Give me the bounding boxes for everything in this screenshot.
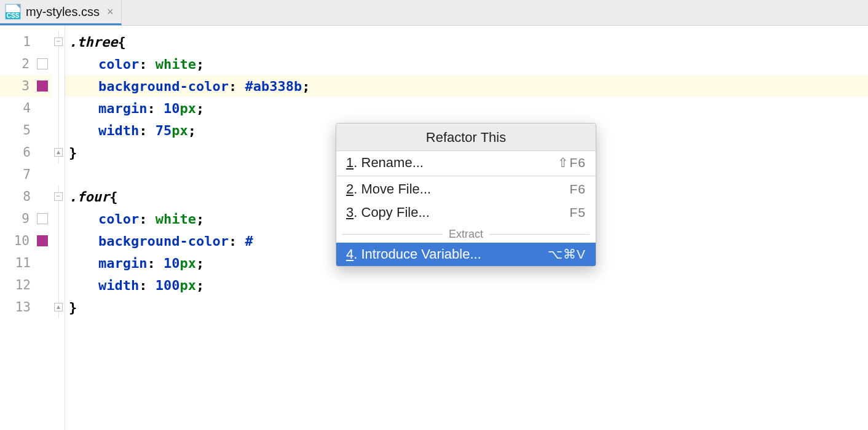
- gutter-line[interactable]: 5: [0, 119, 52, 141]
- shortcut-label: F6: [569, 182, 586, 197]
- fold-end-icon[interactable]: ▴: [54, 148, 63, 157]
- tab-active[interactable]: CSS my-styles.css ×: [0, 0, 122, 25]
- color-swatch-icon[interactable]: [37, 58, 48, 69]
- fold-collapse-icon[interactable]: −: [54, 37, 63, 46]
- tab-filename: my-styles.css: [26, 5, 100, 19]
- css-file-icon: CSS: [5, 4, 21, 20]
- gutter-line[interactable]: 7: [0, 163, 52, 186]
- menu-item-copy-file[interactable]: 3. Copy File... F5: [336, 201, 596, 224]
- gutter-line[interactable]: 1: [0, 31, 52, 53]
- menu-item-move-file[interactable]: 2. Move File... F6: [336, 178, 596, 201]
- gutter-line[interactable]: 13: [0, 296, 52, 318]
- refactor-popup: Refactor This 1. Rename... ⇧F6 2. Move F…: [336, 123, 596, 267]
- fold-end-icon[interactable]: ▴: [54, 303, 63, 311]
- code-line[interactable]: color: white;: [69, 53, 868, 75]
- code-area[interactable]: .three { color: white; background-color:…: [65, 26, 868, 430]
- divider: [336, 176, 596, 176]
- gutter-line[interactable]: 4: [0, 97, 52, 119]
- gutter: 1 2 3 4 5 6 7 8 9 10 11 12 13: [0, 26, 52, 430]
- shortcut-label: ⇧F6: [558, 155, 586, 170]
- menu-item-rename[interactable]: 1. Rename... ⇧F6: [336, 151, 596, 174]
- close-icon[interactable]: ×: [107, 6, 114, 18]
- shortcut-label: ⌥⌘V: [548, 247, 586, 262]
- shortcut-label: F5: [569, 205, 586, 220]
- code-line[interactable]: width: 100px;: [69, 274, 868, 296]
- color-swatch-icon[interactable]: [37, 235, 48, 246]
- menu-item-introduce-variable[interactable]: 4. Introduce Variable... ⌥⌘V: [336, 243, 596, 266]
- code-line[interactable]: }: [69, 296, 868, 318]
- code-editor: 1 2 3 4 5 6 7 8 9 10 11 12 13 − ▴ − ▴ .t…: [0, 26, 868, 430]
- fold-collapse-icon[interactable]: −: [54, 192, 63, 201]
- gutter-line[interactable]: 12: [0, 274, 52, 296]
- gutter-line[interactable]: 9: [0, 208, 52, 230]
- color-swatch-icon[interactable]: [37, 213, 48, 224]
- gutter-line[interactable]: 2: [0, 53, 52, 75]
- code-line[interactable]: background-color: #ab338b;: [65, 75, 868, 97]
- color-swatch-icon[interactable]: [37, 80, 48, 92]
- tab-bar: CSS my-styles.css ×: [0, 0, 868, 26]
- gutter-line[interactable]: 3: [0, 75, 52, 97]
- gutter-line[interactable]: 6: [0, 141, 52, 163]
- svg-text:CSS: CSS: [7, 12, 20, 19]
- gutter-line[interactable]: 8: [0, 186, 52, 208]
- code-line[interactable]: .three {: [69, 31, 868, 53]
- code-line[interactable]: margin: 10px;: [69, 97, 868, 119]
- fold-strip: − ▴ − ▴: [52, 26, 65, 430]
- gutter-line[interactable]: 10: [0, 230, 52, 252]
- popup-title: Refactor This: [336, 123, 596, 151]
- popup-section-extract: Extract: [336, 227, 596, 241]
- gutter-line[interactable]: 11: [0, 252, 52, 274]
